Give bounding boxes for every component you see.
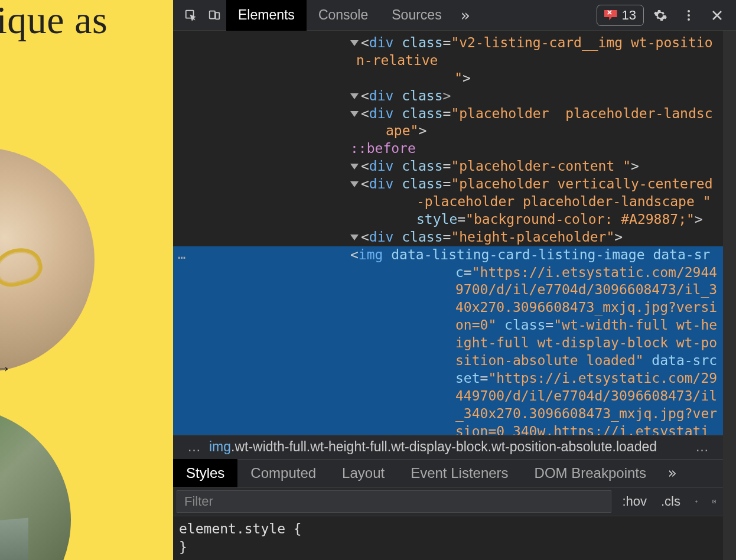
styles-tab-dom-breakpoints[interactable]: DOM Breakpoints [522, 459, 659, 487]
styles-tab-layout[interactable]: Layout [329, 459, 398, 487]
product-image-jewelry[interactable] [0, 148, 95, 372]
devtools-panel: Elements Console Sources » 13 <div class… [173, 0, 736, 560]
arrow-right-icon: → [0, 358, 12, 378]
devtools-toolbar: Elements Console Sources » 13 [173, 0, 736, 31]
styles-tab-styles[interactable]: Styles [173, 459, 237, 487]
expand-dots-icon[interactable]: … [178, 246, 185, 263]
settings-gear-icon[interactable] [649, 4, 672, 27]
styles-tab-computed[interactable]: Computed [237, 459, 329, 487]
hero-heading: nique as [0, 0, 108, 43]
error-icon [604, 10, 617, 21]
scrollbar-track[interactable] [723, 31, 736, 560]
close-devtools-icon[interactable] [705, 4, 729, 27]
dom-node[interactable]: <div class="placeholder vertically-cente… [173, 175, 723, 229]
css-rules-pane[interactable]: element.style { } [173, 516, 723, 560]
toggle-sidebar-icon[interactable] [705, 496, 723, 507]
css-closing-brace: } [179, 538, 717, 556]
dom-pseudo-node[interactable]: ::before [173, 140, 723, 158]
tab-sources[interactable]: Sources [380, 0, 453, 31]
svg-point-5 [688, 18, 690, 21]
svg-rect-2 [216, 12, 219, 19]
svg-rect-1 [210, 11, 215, 18]
css-selector-line[interactable]: element.style { [179, 520, 717, 538]
tab-elements[interactable]: Elements [226, 0, 307, 31]
more-menu-icon[interactable] [677, 4, 701, 27]
page-preview: nique as ery → [0, 0, 173, 560]
error-count-badge[interactable]: 13 [597, 5, 644, 26]
error-count: 13 [622, 8, 636, 23]
tabs-overflow-icon[interactable]: » [454, 6, 477, 24]
styles-tabbar: Styles Computed Layout Event Listeners D… [173, 460, 723, 488]
breadcrumb-tag[interactable]: img [209, 439, 231, 455]
new-rule-plus-icon[interactable] [688, 496, 705, 507]
device-toggle-icon[interactable] [203, 4, 226, 27]
dom-node[interactable]: <div class="v2-listing-card__img wt-posi… [173, 34, 723, 87]
breadcrumb-overflow-left[interactable]: … [179, 439, 209, 455]
dom-tree[interactable]: <div class="v2-listing-card__img wt-posi… [173, 31, 723, 435]
dom-node[interactable]: <div class="height-placeholder"> [173, 229, 723, 246]
styles-filter-input[interactable] [177, 490, 611, 513]
dom-node-selected[interactable]: … <img data-listing-card-listing-image d… [173, 246, 723, 435]
product-image-furniture[interactable] [0, 408, 71, 560]
svg-point-3 [688, 10, 690, 12]
toggle-class-editor[interactable]: .cls [654, 494, 688, 509]
dom-node[interactable]: <div class="placeholder-content "> [173, 158, 723, 175]
dom-breadcrumb[interactable]: … img.wt-width-full.wt-height-full.wt-di… [173, 435, 723, 460]
dom-node[interactable]: <div class="placeholder placeholder-land… [173, 105, 723, 141]
breadcrumb-overflow-right[interactable]: … [687, 439, 717, 455]
toggle-hover-state[interactable]: :hov [615, 494, 654, 509]
category-link[interactable]: ery → [0, 358, 12, 378]
svg-point-4 [688, 14, 690, 17]
styles-tabs-overflow-icon[interactable]: » [659, 465, 685, 481]
tab-console[interactable]: Console [307, 0, 380, 31]
styles-tab-event-listeners[interactable]: Event Listeners [398, 459, 521, 487]
inspect-element-icon[interactable] [179, 4, 203, 27]
styles-filter-row: :hov .cls [173, 488, 723, 516]
dom-node[interactable]: <div class> [173, 87, 723, 105]
breadcrumb-classes[interactable]: .wt-width-full.wt-height-full.wt-display… [231, 439, 657, 455]
